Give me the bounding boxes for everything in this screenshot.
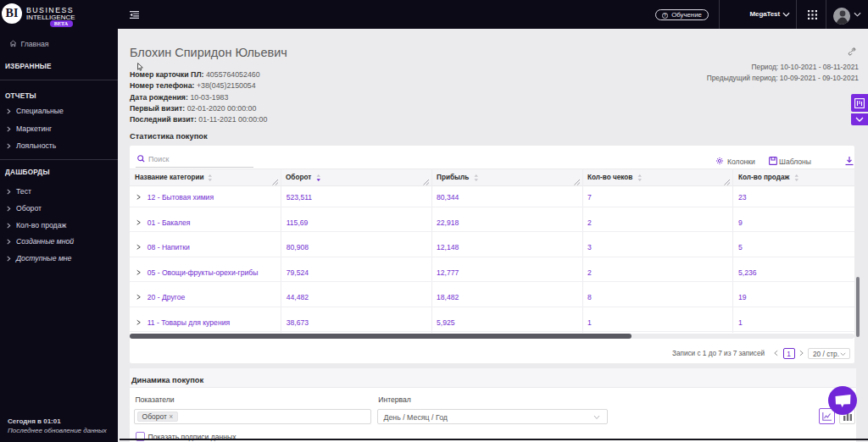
svg-text:?: ? xyxy=(664,13,666,18)
